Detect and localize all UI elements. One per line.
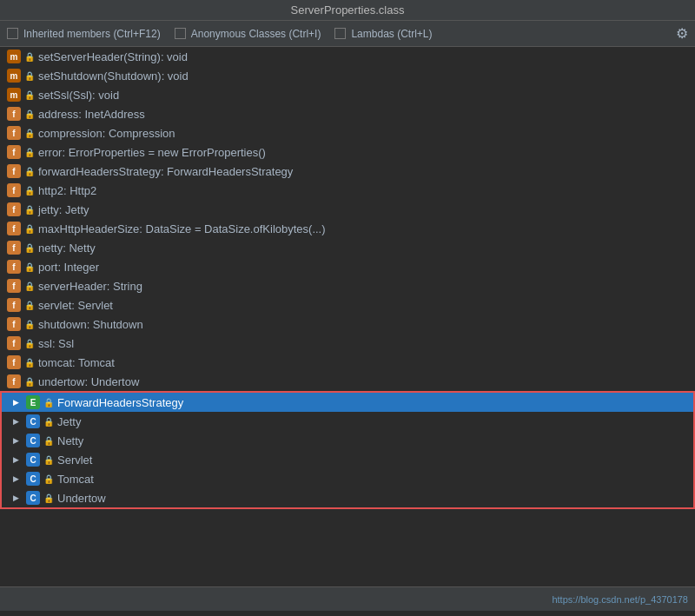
type-badge-m: m [7,50,21,63]
list-item[interactable]: f 🔒 forwardHeadersStrategy: ForwardHeade… [0,162,695,181]
list-item[interactable]: ▶ C 🔒 Netty [2,431,693,450]
list-item[interactable]: f 🔒 ssl: Ssl [0,334,695,353]
type-badge-f: f [7,355,21,369]
type-badge-c: C [26,472,40,486]
status-bar: https://blog.csdn.net/p_4370178 [0,586,695,611]
list-item[interactable]: ▶ C 🔒 Tomcat [2,469,693,488]
type-badge-f: f [7,222,21,235]
lock-icon: 🔒 [43,416,54,427]
lambdas-checkbox-box[interactable] [334,28,346,39]
member-name: address: InetAddress [38,108,145,121]
type-badge-f: f [7,336,21,350]
list-item[interactable]: f 🔒 tomcat: Tomcat [0,353,695,372]
type-badge-f: f [7,298,21,312]
type-badge-m: m [7,69,21,83]
anonymous-label: Anonymous Classes (Ctrl+I) [191,28,321,40]
member-name: Jetty [57,415,81,428]
expand-arrow[interactable]: ▶ [9,472,23,486]
list-item[interactable]: ▶ E 🔒 ForwardHeadersStrategy [2,393,693,412]
settings-icon[interactable]: ⚙ [676,25,688,42]
anonymous-classes-checkbox[interactable]: Anonymous Classes (Ctrl+I) [175,28,321,40]
title-bar: ServerProperties.class [0,0,695,21]
lock-icon: 🔒 [24,281,35,291]
type-badge-f: f [7,183,21,197]
lock-icon: 🔒 [24,338,35,348]
type-badge-f: f [7,374,21,388]
toolbar: Inherited members (Ctrl+F12) Anonymous C… [0,21,695,47]
lock-icon: 🔒 [24,128,35,138]
type-badge-c: C [26,491,40,505]
nested-section: ▶ E 🔒 ForwardHeadersStrategy ▶ C 🔒 Jetty… [0,391,695,509]
member-name: Tomcat [57,473,94,486]
list-item[interactable]: f 🔒 jetty: Jetty [0,200,695,219]
member-name: http2: Http2 [38,184,96,197]
member-name: netty: Netty [38,242,96,255]
list-item[interactable]: m 🔒 setShutdown(Shutdown): void [0,66,695,85]
type-badge-c: C [26,434,40,447]
status-url: https://blog.csdn.net/p_4370178 [552,594,688,605]
member-name: jetty: Jetty [38,203,89,216]
lock-icon: 🔒 [24,376,35,387]
member-name: forwardHeadersStrategy: ForwardHeadersSt… [38,165,293,178]
expand-arrow[interactable]: ▶ [9,491,23,505]
lock-icon: 🔒 [24,89,35,100]
inherited-members-checkbox[interactable]: Inherited members (Ctrl+F12) [7,28,161,40]
lock-icon: 🔒 [24,242,35,253]
member-name: compression: Compression [38,127,175,140]
list-item[interactable]: f 🔒 http2: Http2 [0,181,695,200]
list-item[interactable]: ▶ C 🔒 Jetty [2,412,693,431]
member-name: ssl: Ssl [38,337,74,350]
lock-icon: 🔒 [43,397,54,407]
lock-icon: 🔒 [24,185,35,195]
list-item[interactable]: f 🔒 servlet: Servlet [0,295,695,315]
type-badge-f: f [7,317,21,331]
type-badge-f: f [7,164,21,178]
lock-icon: 🔒 [24,300,35,310]
expand-arrow[interactable]: ▶ [9,434,23,447]
member-name: Netty [57,434,83,447]
list-item[interactable]: m 🔒 setSsl(Ssl): void [0,85,695,104]
list-item[interactable]: f 🔒 error: ErrorProperties = new ErrorPr… [0,142,695,162]
expand-arrow[interactable]: ▶ [9,414,23,428]
list-item[interactable]: ▶ C 🔒 Servlet [2,450,693,469]
list-item[interactable]: f 🔒 port: Integer [0,257,695,276]
lock-icon: 🔒 [24,319,35,329]
lock-icon: 🔒 [43,454,54,465]
lock-icon: 🔒 [43,493,54,503]
type-badge-e: E [26,395,40,409]
list-item[interactable]: f 🔒 undertow: Undertow [0,372,695,391]
lock-icon: 🔒 [43,474,54,484]
list-item[interactable]: f 🔒 maxHttpHeaderSize: DataSize = DataSi… [0,219,695,238]
member-list: m 🔒 setServerHeader(String): void m 🔒 se… [0,47,695,586]
lambdas-label: Lambdas (Ctrl+L) [351,28,432,40]
lambdas-checkbox[interactable]: Lambdas (Ctrl+L) [334,28,432,40]
member-name: Undertow [57,492,106,505]
member-name: ForwardHeadersStrategy [57,396,183,409]
type-badge-f: f [7,145,21,159]
expand-arrow[interactable]: ▶ [9,453,23,467]
list-item[interactable]: f 🔒 address: InetAddress [0,104,695,123]
lock-icon: 🔒 [24,51,35,62]
list-item[interactable]: f 🔒 compression: Compression [0,123,695,142]
list-item[interactable]: m 🔒 setServerHeader(String): void [0,47,695,66]
type-badge-f: f [7,126,21,140]
member-name: serverHeader: String [38,280,142,293]
type-badge-f: f [7,279,21,293]
lock-icon: 🔒 [24,262,35,272]
list-item[interactable]: f 🔒 netty: Netty [0,238,695,257]
anonymous-checkbox-box[interactable] [175,28,186,39]
type-badge-c: C [26,414,40,428]
expand-arrow[interactable]: ▶ [9,395,23,409]
member-name: maxHttpHeaderSize: DataSize = DataSize.o… [38,222,326,235]
lock-icon: 🔒 [43,435,54,446]
inherited-checkbox-box[interactable] [7,28,18,39]
type-badge-f: f [7,202,21,216]
list-item[interactable]: ▶ C 🔒 Undertow [2,488,693,507]
member-name: setShutdown(Shutdown): void [38,70,189,83]
lock-icon: 🔒 [24,223,35,234]
list-item[interactable]: f 🔒 serverHeader: String [0,276,695,295]
window-title: ServerProperties.class [291,3,405,17]
member-name: port: Integer [38,261,99,274]
list-item[interactable]: f 🔒 shutdown: Shutdown [0,315,695,334]
member-name: Servlet [57,454,92,467]
